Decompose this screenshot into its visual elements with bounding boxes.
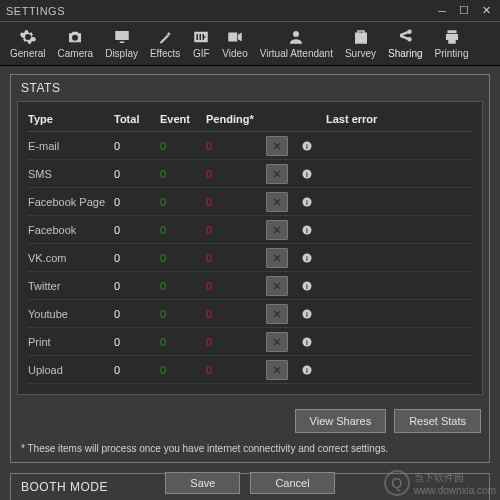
cell-type: Youtube <box>28 308 114 320</box>
cell-total: 0 <box>114 252 160 264</box>
tab-label: Camera <box>58 48 94 59</box>
cell-pending: 0 <box>206 280 266 292</box>
tab-survey[interactable]: Survey <box>339 26 382 61</box>
tab-label: Display <box>105 48 138 59</box>
cell-event: 0 <box>160 196 206 208</box>
info-button[interactable]: i <box>296 192 318 212</box>
minimize-button[interactable]: ─ <box>434 4 450 18</box>
clear-row-button[interactable] <box>266 360 288 380</box>
svg-text:i: i <box>306 282 308 289</box>
window-controls: ─ ☐ ✕ <box>434 4 494 18</box>
cell-event: 0 <box>160 280 206 292</box>
stats-panel-title: STATS <box>11 75 489 101</box>
watermark: Q 当下软件园 www.downxia.com <box>384 470 496 496</box>
table-row: SMS000i <box>28 160 472 188</box>
table-row: Youtube000i <box>28 300 472 328</box>
tab-label: Virtual Attendant <box>260 48 333 59</box>
tab-sharing[interactable]: Sharing <box>382 26 428 61</box>
maximize-button[interactable]: ☐ <box>456 4 472 18</box>
tab-label: Video <box>222 48 247 59</box>
close-button[interactable]: ✕ <box>478 4 494 18</box>
cell-type: Facebook Page <box>28 196 114 208</box>
svg-text:i: i <box>306 226 308 233</box>
tab-printing[interactable]: Printing <box>429 26 475 61</box>
reset-stats-button[interactable]: Reset Stats <box>394 409 481 433</box>
info-button[interactable]: i <box>296 276 318 296</box>
cell-type: SMS <box>28 168 114 180</box>
info-button[interactable]: i <box>296 220 318 240</box>
person-icon <box>287 28 305 46</box>
col-header-total: Total <box>114 113 160 125</box>
tab-gif[interactable]: GIF <box>186 26 216 61</box>
table-row: E-mail000i <box>28 132 472 160</box>
tab-label: General <box>10 48 46 59</box>
info-button[interactable]: i <box>296 360 318 380</box>
info-button[interactable]: i <box>296 332 318 352</box>
cell-total: 0 <box>114 168 160 180</box>
cancel-button[interactable]: Cancel <box>250 472 334 494</box>
clear-row-button[interactable] <box>266 192 288 212</box>
cell-pending: 0 <box>206 140 266 152</box>
cell-total: 0 <box>114 336 160 348</box>
clear-row-button[interactable] <box>266 276 288 296</box>
cell-type: E-mail <box>28 140 114 152</box>
cell-type: Facebook <box>28 224 114 236</box>
cell-total: 0 <box>114 308 160 320</box>
tab-virtual-attendant[interactable]: Virtual Attendant <box>254 26 339 61</box>
video-icon <box>226 28 244 46</box>
cell-total: 0 <box>114 280 160 292</box>
stats-table: Type Total Event Pending* Last error E-m… <box>28 106 472 384</box>
tab-video[interactable]: Video <box>216 26 253 61</box>
monitor-icon <box>113 28 131 46</box>
info-button[interactable]: i <box>296 164 318 184</box>
svg-text:i: i <box>306 198 308 205</box>
content-area: STATS Type Total Event Pending* Last err… <box>0 66 500 500</box>
table-row: Facebook000i <box>28 216 472 244</box>
info-button[interactable]: i <box>296 136 318 156</box>
cell-event: 0 <box>160 140 206 152</box>
stats-actions: View Shares Reset Stats <box>11 401 489 437</box>
info-button[interactable]: i <box>296 304 318 324</box>
clear-row-button[interactable] <box>266 136 288 156</box>
clear-row-button[interactable] <box>266 220 288 240</box>
view-shares-button[interactable]: View Shares <box>295 409 387 433</box>
cell-pending: 0 <box>206 224 266 236</box>
tab-display[interactable]: Display <box>99 26 144 61</box>
cell-pending: 0 <box>206 364 266 376</box>
gif-icon <box>192 28 210 46</box>
cell-pending: 0 <box>206 308 266 320</box>
tab-effects[interactable]: Effects <box>144 26 186 61</box>
watermark-url: www.downxia.com <box>414 485 496 496</box>
cell-type: Upload <box>28 364 114 376</box>
tab-camera[interactable]: Camera <box>52 26 100 61</box>
cell-total: 0 <box>114 196 160 208</box>
col-header-event: Event <box>160 113 206 125</box>
info-button[interactable]: i <box>296 248 318 268</box>
gear-icon <box>19 28 37 46</box>
printer-icon <box>443 28 461 46</box>
table-row: Print000i <box>28 328 472 356</box>
table-row: Facebook Page000i <box>28 188 472 216</box>
cell-total: 0 <box>114 140 160 152</box>
cell-pending: 0 <box>206 196 266 208</box>
cell-total: 0 <box>114 364 160 376</box>
col-header-type: Type <box>28 113 114 125</box>
cell-event: 0 <box>160 168 206 180</box>
stats-note: * These items will process once you have… <box>11 437 489 462</box>
clear-row-button[interactable] <box>266 332 288 352</box>
cell-type: Print <box>28 336 114 348</box>
tab-label: Survey <box>345 48 376 59</box>
share-icon <box>396 28 414 46</box>
table-row: Twitter000i <box>28 272 472 300</box>
table-row: Upload000i <box>28 356 472 384</box>
clear-row-button[interactable] <box>266 304 288 324</box>
tab-general[interactable]: General <box>4 26 52 61</box>
cell-total: 0 <box>114 224 160 236</box>
save-button[interactable]: Save <box>165 472 240 494</box>
camera-icon <box>66 28 84 46</box>
svg-text:i: i <box>306 310 308 317</box>
clear-row-button[interactable] <box>266 248 288 268</box>
tab-label: GIF <box>193 48 210 59</box>
clear-row-button[interactable] <box>266 164 288 184</box>
svg-text:i: i <box>306 366 308 373</box>
